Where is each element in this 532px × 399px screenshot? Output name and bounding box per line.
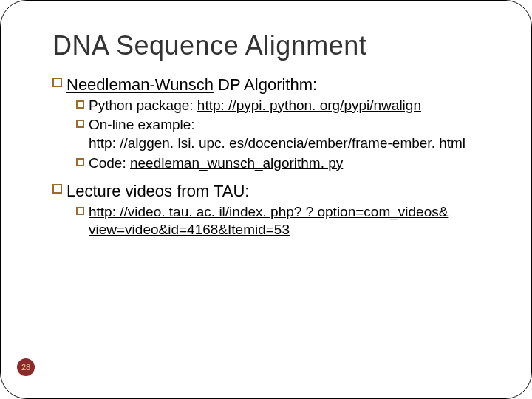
page-number-badge: 28 xyxy=(17,358,35,376)
square-bullet-icon xyxy=(76,120,84,128)
alggen-link[interactable]: http: //alggen. lsi. upc. es/docencia/em… xyxy=(89,134,480,153)
square-bullet-icon xyxy=(52,78,62,87)
square-bullet-icon xyxy=(76,100,84,109)
bullet-online-example: On-line example: http: //alggen. lsi. up… xyxy=(76,116,480,152)
bullet-python-package: Python package: http: //pypi. python. or… xyxy=(76,97,480,115)
needleman-wunsch-link[interactable]: Needleman-Wunsch xyxy=(66,75,214,94)
square-bullet-icon xyxy=(76,207,84,215)
bullet-video-link: http: //video. tau. ac. il/index. php? ?… xyxy=(76,203,480,239)
slide-title: DNA Sequence Alignment xyxy=(52,30,480,61)
online-label: On-line example: xyxy=(89,117,195,132)
code-label: Code: xyxy=(89,155,130,171)
lecture-text: Lecture videos from TAU: xyxy=(66,182,249,200)
bullet-code: Code: needleman_wunsch_algorithm. py xyxy=(76,154,480,173)
nw-rest-text: DP Algorithm: xyxy=(214,75,317,94)
slide: DNA Sequence Alignment Needleman-Wunsch … xyxy=(0,0,532,399)
square-bullet-icon xyxy=(52,184,62,194)
nwalign-link[interactable]: http: //pypi. python. org/pypi/nwalign xyxy=(197,98,421,113)
code-link[interactable]: needleman_wunsch_algorithm. py xyxy=(130,155,343,171)
tau-video-link[interactable]: http: //video. tau. ac. il/index. php? ?… xyxy=(89,204,448,238)
python-label: Python package: xyxy=(89,98,197,113)
square-bullet-icon xyxy=(76,158,84,166)
bullet-needleman-wunsch: Needleman-Wunsch DP Algorithm: xyxy=(52,75,480,95)
bullet-lecture-videos: Lecture videos from TAU: xyxy=(52,181,480,202)
page-number: 28 xyxy=(21,363,30,372)
